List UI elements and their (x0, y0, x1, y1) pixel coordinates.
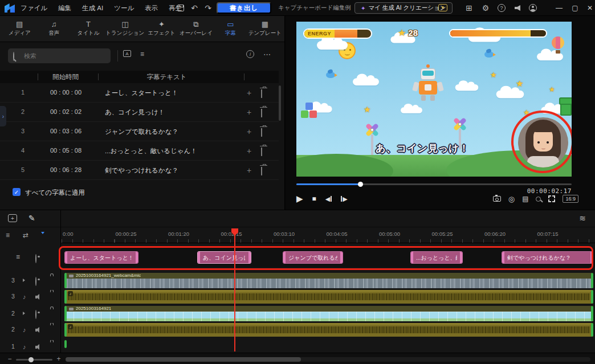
timeline-zoom-slider[interactable] (16, 359, 52, 361)
menu-item[interactable]: 生成 AI (82, 4, 103, 13)
hill (296, 154, 393, 177)
row-subtitle-text[interactable]: よーし、スタートっと！ (105, 89, 242, 97)
previous-frame-button[interactable]: ◀ (325, 195, 332, 203)
delete-subtitle-icon[interactable] (261, 128, 262, 136)
delete-subtitle-icon[interactable] (261, 148, 262, 156)
announcement-icon[interactable] (515, 5, 520, 11)
account-icon[interactable] (529, 4, 537, 12)
delete-subtitle-icon[interactable] (261, 89, 262, 97)
zoom-level-icon[interactable] (536, 197, 541, 202)
row-subtitle-text[interactable]: ジャンプで取れるかな？ (105, 128, 242, 136)
delete-subtitle-icon[interactable] (261, 167, 262, 175)
display-quality-icon[interactable]: ▤ (522, 195, 528, 203)
media-panel-tab[interactable]: ◫ トランジション (105, 16, 144, 42)
track-visibility-icon[interactable] (35, 310, 36, 319)
video-clip-icon (69, 308, 74, 310)
fullscreen-icon[interactable] (548, 195, 555, 202)
row-subtitle-text[interactable]: あ、コイン見っけ！ (105, 108, 242, 117)
aspect-ratio-button[interactable]: 16:9 (563, 195, 578, 203)
next-frame-button[interactable]: ▶ (341, 195, 347, 203)
clip-trim-handle-right[interactable] (591, 323, 593, 337)
undo-icon[interactable]: ↶ (189, 0, 199, 16)
more-options-icon[interactable]: ⋯ (263, 50, 271, 59)
preview-seekbar[interactable] (296, 183, 572, 185)
snapshot-icon[interactable] (493, 196, 501, 202)
media-panel-tab[interactable]: ▤ メディア (2, 16, 36, 42)
translate-subtitles-icon[interactable]: A (123, 50, 131, 57)
clip-trim-handle-right[interactable] (591, 290, 593, 304)
ai-creation-button[interactable]: ✦ マイ 生成 AI クリエーション (354, 2, 453, 14)
game-video-clip[interactable]: 20251003164921 (64, 306, 593, 321)
clip-trim-handle-left[interactable] (64, 340, 67, 348)
settings-gear-icon[interactable]: ⚙ (480, 0, 491, 16)
menu-item[interactable]: ファイル (21, 4, 47, 13)
media-panel-tab[interactable]: ▦ テンプレート (248, 16, 282, 42)
minimize-button[interactable]: — (554, 0, 564, 16)
clip-trim-handle-left[interactable] (64, 323, 67, 337)
media-panel-tab[interactable]: ⧉ オーバーレイ (179, 16, 213, 42)
seekbar-knob[interactable] (358, 182, 363, 187)
zoom-slider-knob[interactable] (28, 357, 34, 362)
play-button[interactable]: ▶ (296, 194, 303, 204)
render-preview-icon[interactable]: ◎ (508, 195, 515, 203)
add-subtitle-icon[interactable]: + (244, 107, 254, 117)
stop-button[interactable]: ■ (312, 195, 316, 203)
add-subtitle-icon[interactable]: + (244, 146, 254, 156)
media-panel-tab[interactable]: ▭ 字幕 (213, 16, 247, 42)
menu-item[interactable]: 編集 (58, 4, 71, 13)
close-button[interactable]: ✕ (585, 0, 595, 16)
search-input[interactable] (8, 48, 111, 63)
panel-scrollbar[interactable] (279, 85, 281, 121)
menu-item[interactable]: 表示 (145, 4, 158, 13)
redo-icon[interactable]: ↷ (203, 0, 213, 16)
row-subtitle-text[interactable]: 剣でやっつけれるかな？ (105, 166, 242, 175)
zoom-in-button[interactable]: + (55, 355, 63, 363)
timeline-scrollbar-thumb[interactable] (66, 357, 301, 362)
clip-trim-handle-left[interactable] (64, 290, 67, 304)
media-panel-tab[interactable]: ✦ エフェクト (144, 16, 178, 42)
add-subtitle-icon[interactable]: + (244, 88, 254, 98)
capture-board-icon[interactable] (438, 4, 447, 11)
add-subtitle-icon[interactable]: + (244, 165, 254, 175)
tab-label: 字幕 (225, 30, 236, 37)
row-start-time[interactable]: 00 : 00 : 00 (50, 89, 81, 96)
game-audio-clip[interactable]: ♪ (64, 323, 593, 337)
subtitle-table-row[interactable]: 1 00 : 00 : 00 よーし、スタートっと！ + (0, 83, 279, 103)
track-visibility-icon[interactable] (35, 254, 36, 263)
maximize-button[interactable]: ▢ (570, 0, 580, 16)
add-subtitle-icon[interactable]: + (244, 126, 254, 137)
media-panel-tab[interactable]: T タイトル (71, 16, 105, 42)
help-icon[interactable]: ? (498, 4, 506, 12)
info-icon[interactable]: i (246, 50, 254, 58)
row-start-time[interactable]: 00 : 06 : 28 (50, 166, 81, 173)
track-visibility-icon[interactable] (35, 277, 36, 286)
clip-trim-handle-right[interactable] (591, 273, 593, 288)
row-start-time[interactable]: 00 : 02 : 02 (50, 108, 81, 115)
export-button[interactable]: 書き出し (217, 2, 271, 14)
row-subtitle-text[interactable]: ...おっとっと、敵いるじゃん！ (105, 147, 242, 156)
webcam-audio-clip[interactable]: ♪ (64, 290, 593, 304)
subtitle-table-row[interactable]: 4 00 : 05 : 08 ...おっとっと、敵いるじゃん！ + (0, 141, 279, 161)
layout-grid-icon[interactable]: ⊞ (464, 0, 474, 16)
panel-collapse-handle[interactable]: › (0, 106, 6, 126)
save-icon[interactable] (177, 5, 184, 11)
apply-all-checkbox[interactable] (13, 188, 21, 196)
timeline-scrollbar[interactable] (66, 357, 590, 362)
subtitle-table-row[interactable]: 3 00 : 03 : 06 ジャンプで取れるかな？ + (0, 122, 279, 141)
webcam-overlay (518, 117, 568, 167)
column-divider (244, 73, 244, 80)
clip-trim-handle-right[interactable] (591, 306, 593, 321)
subtitle-table-row[interactable]: 5 00 : 06 : 28 剣でやっつけれるかな？ + (0, 161, 279, 180)
media-panel-tab[interactable]: ♫ 音声 (36, 16, 71, 42)
transport-controls: ▶ ■ ◀ ▶ (296, 193, 348, 205)
menu-item[interactable]: ツール (114, 4, 134, 13)
zoom-out-button[interactable]: − (6, 355, 14, 363)
subtitle-list-icon[interactable]: ≡ (140, 50, 144, 58)
subtitle-table-row[interactable]: 2 00 : 02 : 02 あ、コイン見っけ！ + (0, 103, 279, 122)
row-start-time[interactable]: 00 : 03 : 06 (50, 128, 81, 134)
webcam-video-clip[interactable]: 20251003164921_webcam&mic (64, 273, 593, 288)
clip-trim-handle-left[interactable] (64, 306, 67, 321)
row-start-time[interactable]: 00 : 05 : 08 (50, 147, 81, 154)
clip-trim-handle-left[interactable] (64, 273, 67, 288)
delete-subtitle-icon[interactable] (261, 109, 262, 117)
